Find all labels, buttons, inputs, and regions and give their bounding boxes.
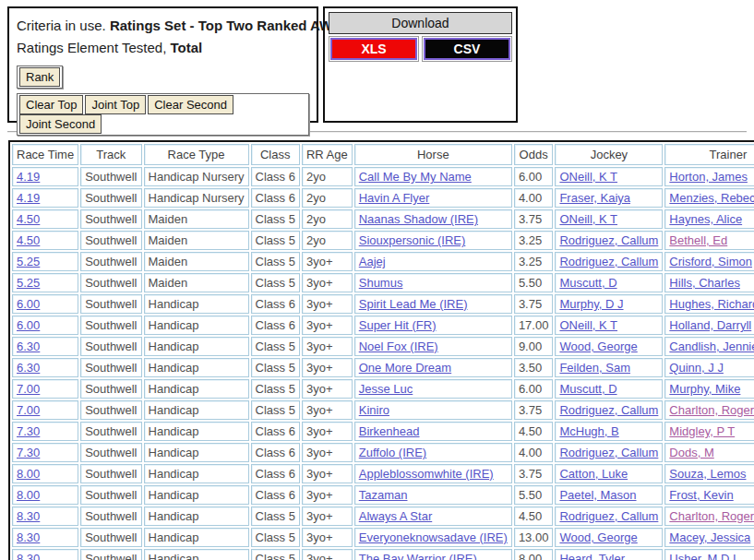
horse-link[interactable]: Naanas Shadow (IRE) xyxy=(359,212,478,226)
jockey-link[interactable]: ONeill, K T xyxy=(559,318,617,332)
trainer-link[interactable]: Usher, M D I xyxy=(669,552,736,560)
race-time-link[interactable]: 6.00 xyxy=(17,318,40,332)
rr-age-cell: 3yo+ xyxy=(302,464,353,483)
horse-link[interactable]: One More Dream xyxy=(359,361,451,375)
clear-second-button[interactable]: Clear Second xyxy=(148,95,233,114)
race-time-link[interactable]: 8.30 xyxy=(17,552,40,560)
jockey-link[interactable]: Catton, Luke xyxy=(559,467,628,481)
jockey-link[interactable]: Paetel, Mason xyxy=(559,488,636,502)
jockey-link[interactable]: Heard, Tyler xyxy=(559,552,625,560)
horse-link[interactable]: Call Me By My Name xyxy=(359,170,472,184)
trainer-link[interactable]: Frost, Kevin xyxy=(669,488,733,502)
trainer-link[interactable]: Haynes, Alice xyxy=(669,212,742,226)
trainer-link[interactable]: Holland, Darryll xyxy=(669,318,751,332)
trainer-link[interactable]: Murphy, Mike xyxy=(669,382,740,396)
horse-link[interactable]: Appleblossomwhite (IRE) xyxy=(359,467,494,481)
horse-link[interactable]: Jesse Luc xyxy=(359,382,413,396)
race-time-link[interactable]: 4.50 xyxy=(17,233,40,247)
horse-link[interactable]: Noel Fox (IRE) xyxy=(359,340,438,353)
horse-link[interactable]: Everyoneknowsadave (IRE) xyxy=(359,530,508,544)
xls-download-button[interactable]: XLS xyxy=(330,38,417,60)
race-time-link[interactable]: 6.00 xyxy=(17,297,40,311)
trainer-link[interactable]: Midgley, P T xyxy=(669,424,735,438)
race-time-link[interactable]: 7.30 xyxy=(17,424,40,438)
jockey-link[interactable]: Wood, George xyxy=(559,340,637,353)
odds-cell: 17.00 xyxy=(514,316,554,335)
horse-link[interactable]: Birkenhead xyxy=(359,424,420,438)
joint-second-button[interactable]: Joint Second xyxy=(19,114,102,134)
jockey-link[interactable]: Fraser, Kaiya xyxy=(559,191,630,205)
race-time-link-cell: 4.19 xyxy=(12,188,78,208)
rank-button-frame: Rank xyxy=(17,66,63,89)
class-cell: Class 6 xyxy=(251,443,300,462)
trainer-link[interactable]: Bethell, Ed xyxy=(669,233,727,247)
rank-button[interactable]: Rank xyxy=(19,67,60,87)
race-time-link[interactable]: 7.00 xyxy=(17,403,40,417)
jockey-link[interactable]: Wood, George xyxy=(559,530,637,544)
trainer-link[interactable]: Crisford, Simon xyxy=(669,255,752,268)
race-time-link[interactable]: 8.00 xyxy=(17,488,40,502)
horse-link[interactable]: Shumus xyxy=(359,276,403,290)
jockey-link[interactable]: ONeill, K T xyxy=(559,212,617,226)
race-time-link[interactable]: 6.30 xyxy=(17,361,40,375)
race-time-link[interactable]: 4.50 xyxy=(17,212,40,226)
jockey-link[interactable]: Muscutt, D xyxy=(559,382,616,396)
race-time-link[interactable]: 5.25 xyxy=(17,255,40,268)
trainer-link[interactable]: Quinn, J J xyxy=(669,361,724,375)
trainer-link[interactable]: Hughes, Richard xyxy=(669,297,754,311)
horse-link[interactable]: Kiniro xyxy=(359,403,389,417)
trainer-link[interactable]: Souza, Lemos xyxy=(669,467,746,481)
horse-link[interactable]: Spirit Lead Me (IRE) xyxy=(359,297,468,311)
horse-link[interactable]: Siouxpersonic (IRE) xyxy=(359,233,466,247)
race-time-link[interactable]: 7.30 xyxy=(17,446,40,459)
jockey-link[interactable]: McHugh, B xyxy=(559,424,618,438)
trainer-link[interactable]: Hills, Charles xyxy=(669,276,740,290)
odds-cell: 4.50 xyxy=(514,422,554,441)
race-time-link[interactable]: 8.30 xyxy=(17,509,40,523)
rr-age-cell: 3yo+ xyxy=(302,549,353,560)
race-type-cell: Handicap xyxy=(144,400,249,420)
class-cell: Class 5 xyxy=(251,231,300,250)
race-time-link[interactable]: 4.19 xyxy=(17,170,40,184)
jockey-link[interactable]: Rodriguez, Callum xyxy=(559,446,658,459)
class-cell: Class 5 xyxy=(251,379,300,399)
jockey-link[interactable]: Rodriguez, Callum xyxy=(559,255,658,268)
rr-age-cell: 3yo+ xyxy=(302,379,353,399)
jockey-link[interactable]: Rodriguez, Callum xyxy=(559,403,658,417)
race-time-link[interactable]: 4.19 xyxy=(17,191,40,205)
trainer-link[interactable]: Macey, Jessica xyxy=(669,530,750,544)
jockey-link[interactable]: ONeill, K T xyxy=(559,170,617,184)
horse-link[interactable]: The Bay Warrior (IRE) xyxy=(359,552,477,560)
jockey-link[interactable]: Murphy, D J xyxy=(559,297,623,311)
trainer-link[interactable]: Menzies, Rebecca xyxy=(669,191,754,205)
race-time-link[interactable]: 7.00 xyxy=(17,382,40,396)
horse-link[interactable]: Tazaman xyxy=(359,488,408,502)
jockey-link[interactable]: Rodriguez, Callum xyxy=(559,233,658,247)
race-time-link[interactable]: 8.00 xyxy=(17,467,40,481)
trainer-link[interactable]: Candlish, Jennie xyxy=(669,340,754,353)
trainer-link[interactable]: Charlton, Roger/Harry xyxy=(669,509,754,523)
horse-link-cell: The Bay Warrior (IRE) xyxy=(354,549,512,560)
horse-link[interactable]: Aajej xyxy=(359,255,386,268)
horse-link[interactable]: Super Hit (FR) xyxy=(359,318,437,332)
action-button-row: Clear TopJoint TopClear SecondJoint Seco… xyxy=(17,93,309,136)
col-header-class: Class xyxy=(251,144,300,165)
horse-link[interactable]: Zuffolo (IRE) xyxy=(359,446,426,459)
race-time-link[interactable]: 8.30 xyxy=(17,530,40,544)
col-header-odds: Odds xyxy=(514,144,554,165)
criteria-line-2: Ratings Element Tested, Total xyxy=(17,38,309,57)
race-type-cell: Handicap xyxy=(144,294,249,314)
joint-top-button[interactable]: Joint Top xyxy=(85,95,146,114)
horse-link[interactable]: Always A Star xyxy=(359,509,432,523)
trainer-link[interactable]: Dods, M xyxy=(669,446,713,459)
trainer-link[interactable]: Horton, James xyxy=(669,170,748,184)
race-time-link[interactable]: 6.30 xyxy=(17,340,40,353)
jockey-link[interactable]: Muscutt, D xyxy=(559,276,616,290)
trainer-link[interactable]: Charlton, Roger/Harry xyxy=(669,403,754,417)
race-time-link[interactable]: 5.25 xyxy=(17,276,40,290)
clear-top-button[interactable]: Clear Top xyxy=(19,95,83,114)
jockey-link[interactable]: Rodriguez, Callum xyxy=(559,509,658,523)
horse-link[interactable]: Havin A Flyer xyxy=(359,191,430,205)
jockey-link[interactable]: Feilden, Sam xyxy=(559,361,630,375)
csv-download-button[interactable]: CSV xyxy=(424,38,510,60)
